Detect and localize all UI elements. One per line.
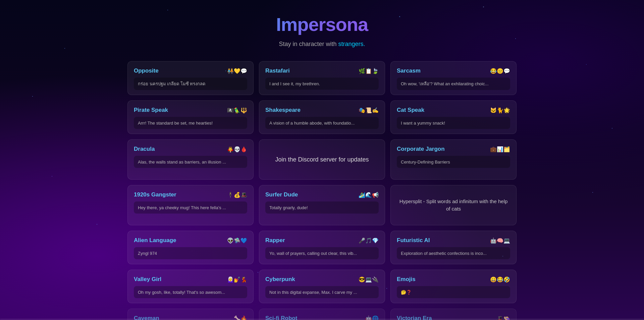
card-pirate-speak[interactable]: Pirate Speak 🏴‍☠️🦜🔱 Arrr! The standard b… [127,100,254,134]
card-emojis-header: Emojis 😄😂🤣 [397,276,510,283]
card-valley-icons: 👩‍🦳💅💃 [227,276,247,283]
card-cat-speak[interactable]: Cat Speak 🐱🐈🌟 I want a yummy snack! [390,100,517,134]
card-dracula[interactable]: Dracula 🧛‍♂️💀🩸 Alas, the walls stand as … [127,139,254,180]
cards-grid: Opposite 🧑‍🤝‍🧑💛💬 กร่อย นครปฐม เกลียด โมซ… [127,61,517,320]
card-victorian-era[interactable]: Victorian Era 🎩👒 ... [390,309,517,320]
card-alien-language[interactable]: Alien Language 👽🛸💙 Zyngl 974 [127,231,254,264]
card-emojis[interactable]: Emojis 😄😂🤣 🤔❓ [390,270,517,303]
card-cyberpunk[interactable]: Cyberpunk 😎💻🔌 Not in this digital expans… [259,270,385,303]
card-shakespeare-icons: 🎭📜✍️ [359,107,379,113]
subtitle-text: Stay in character with [279,41,338,47]
card-futuristic-preview: Exploration of aesthetic confections is … [397,247,510,259]
card-gangster-header: 1920s Gangster 🕴️💰🎩 [134,191,247,198]
card-alien-title: Alien Language [134,237,176,244]
card-corporate-preview: Century-Defining Barriers [397,156,510,168]
hypersplit-card-text: Hypersplit - Split words ad infinitum wi… [391,191,516,220]
app-subtitle: Stay in character with strangers. [127,41,517,48]
card-caveman-icons: 🦴🔥 [234,315,247,320]
card-caveman-title: Caveman [134,315,159,320]
card-corporate-icons: 💼📊🗂️ [490,146,510,152]
card-sarcasm[interactable]: Sarcasm 😂😐💬 Oh wow, 'เหลือ'? What an exh… [390,61,517,95]
card-opposite-header: Opposite 🧑‍🤝‍🧑💛💬 [134,67,247,74]
card-cat-preview: I want a yummy snack! [397,117,510,129]
card-opposite[interactable]: Opposite 🧑‍🤝‍🧑💛💬 กร่อย นครปฐม เกลียด โมซ… [127,61,254,95]
card-rapper[interactable]: Rapper 🎤🎵💎 Yo, wall of prayers, calling … [259,231,385,264]
card-rastafari-preview: I and I see it, my brethren. [265,78,379,90]
discord-card[interactable]: Join the Discord server for updates [259,139,385,180]
card-surfer-icons: 🏄‍♂️🌊📢 [359,192,379,198]
card-alien-icons: 👽🛸💙 [227,237,247,244]
main-content: Impersona Stay in character with strange… [121,0,523,320]
card-cat-icons: 🐱🐈🌟 [490,107,510,113]
card-victorian-title: Victorian Era [397,315,432,320]
card-opposite-title: Opposite [134,67,159,74]
card-pirate-icons: 🏴‍☠️🦜🔱 [227,107,247,113]
card-corporate-header: Corporate Jargon 💼📊🗂️ [397,146,510,152]
page-header: Impersona Stay in character with strange… [127,13,517,48]
card-caveman-header: Caveman 🦴🔥 [134,315,247,320]
card-sarcasm-icons: 😂😐💬 [490,68,510,74]
card-gangster-icons: 🕴️💰🎩 [227,192,247,198]
card-caveman[interactable]: Caveman 🦴🔥 ... [127,309,254,320]
card-rastafari[interactable]: Rastafari 🌿📋🍃 I and I see it, my brethre… [259,61,385,95]
card-cat-title: Cat Speak [397,107,424,113]
card-dracula-icons: 🧛‍♂️💀🩸 [227,146,247,152]
card-sarcasm-header: Sarcasm 😂😐💬 [397,67,510,74]
card-corporate-title: Corporate Jargon [397,146,445,152]
card-alien-preview: Zyngl 974 [134,247,247,259]
card-rapper-preview: Yo, wall of prayers, calling out clear, … [265,247,379,259]
card-corporate-jargon[interactable]: Corporate Jargon 💼📊🗂️ Century-Defining B… [390,139,517,180]
card-cyberpunk-header: Cyberpunk 😎💻🔌 [265,276,379,283]
card-surfer-title: Surfer Dude [265,191,298,198]
card-futuristic-ai[interactable]: Futuristic AI 🤖🧠💻 Exploration of aesthet… [390,231,517,264]
card-rastafari-title: Rastafari [265,67,290,74]
card-dracula-header: Dracula 🧛‍♂️💀🩸 [134,146,247,152]
card-emojis-icons: 😄😂🤣 [490,276,510,283]
card-rastafari-icons: 🌿📋🍃 [359,68,379,74]
card-1920s-gangster[interactable]: 1920s Gangster 🕴️💰🎩 Hey there, ya cheeky… [127,185,254,225]
card-scifi-icons: 🤖🌐 [365,315,379,320]
card-surfer-preview: Totally gnarly, dude! [265,201,379,214]
card-opposite-icons: 🧑‍🤝‍🧑💛💬 [227,68,247,74]
card-valley-header: Valley Girl 👩‍🦳💅💃 [134,276,247,283]
app-title: Impersona [127,13,517,35]
card-shakespeare-header: Shakespeare 🎭📜✍️ [265,107,379,113]
card-sci-fi-robot[interactable]: Sci-fi Robot 🤖🌐 ... [259,309,385,320]
card-gangster-title: 1920s Gangster [134,191,176,198]
card-surfer-dude[interactable]: Surfer Dude 🏄‍♂️🌊📢 Totally gnarly, dude! [259,185,385,225]
card-cyberpunk-icons: 😎💻🔌 [359,276,379,283]
card-scifi-header: Sci-fi Robot 🤖🌐 [265,315,379,320]
card-valley-girl[interactable]: Valley Girl 👩‍🦳💅💃 Oh my gosh, like, tota… [127,270,254,303]
card-alien-header: Alien Language 👽🛸💙 [134,237,247,244]
card-emojis-title: Emojis [397,276,416,283]
card-shakespeare[interactable]: Shakespeare 🎭📜✍️ A vision of a humble ab… [259,100,385,134]
card-victorian-icons: 🎩👒 [497,315,510,320]
card-dracula-preview: Alas, the walls stand as barriers, an il… [134,156,247,168]
subtitle-highlight: strangers. [338,41,365,47]
card-rapper-header: Rapper 🎤🎵💎 [265,237,379,244]
card-cyberpunk-title: Cyberpunk [265,276,295,283]
card-pirate-preview: Arrr! The standard be set, me hearties! [134,117,247,129]
card-futuristic-header: Futuristic AI 🤖🧠💻 [397,237,510,244]
card-surfer-header: Surfer Dude 🏄‍♂️🌊📢 [265,191,379,198]
card-pirate-title: Pirate Speak [134,107,168,113]
card-valley-title: Valley Girl [134,276,161,283]
card-rapper-icons: 🎤🎵💎 [359,237,379,244]
discord-card-text: Join the Discord server for updates [268,149,375,170]
card-pirate-header: Pirate Speak 🏴‍☠️🦜🔱 [134,107,247,113]
card-gangster-preview: Hey there, ya cheeky mug! This here fell… [134,201,247,214]
card-sarcasm-preview: Oh wow, 'เหลือ'? What an exhilarating ch… [397,78,510,90]
card-scifi-title: Sci-fi Robot [265,315,297,320]
card-sarcasm-title: Sarcasm [397,67,421,74]
card-futuristic-title: Futuristic AI [397,237,430,244]
card-rastafari-header: Rastafari 🌿📋🍃 [265,67,379,74]
card-cyberpunk-preview: Not in this digital expanse, Max. I carv… [265,286,379,298]
card-futuristic-icons: 🤖🧠💻 [490,237,510,244]
card-shakespeare-preview: A vision of a humble abode, with foundat… [265,117,379,129]
card-opposite-preview: กร่อย นครปฐม เกลียด โมซี ทรงกลด [134,78,247,90]
card-victorian-header: Victorian Era 🎩👒 [397,315,510,320]
card-dracula-title: Dracula [134,146,155,152]
card-shakespeare-title: Shakespeare [265,107,301,113]
card-cat-header: Cat Speak 🐱🐈🌟 [397,107,510,113]
hypersplit-card[interactable]: Hypersplit - Split words ad infinitum wi… [390,185,517,225]
